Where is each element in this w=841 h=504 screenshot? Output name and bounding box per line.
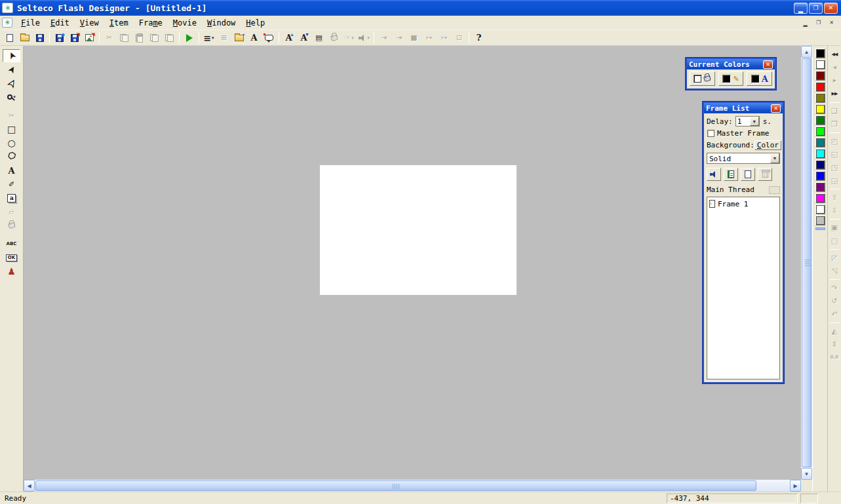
help-button[interactable]: ? bbox=[471, 31, 486, 45]
export-flash-button[interactable]: ◆ bbox=[52, 31, 67, 45]
open-button[interactable] bbox=[17, 31, 32, 45]
menu-items: FileEditViewItemFrameMovieWindowHelp bbox=[16, 17, 270, 29]
text-field-tool[interactable] bbox=[3, 191, 20, 204]
horizontal-scroll-thumb[interactable] bbox=[35, 480, 756, 491]
vertical-scroll-thumb[interactable] bbox=[802, 58, 812, 467]
canvas-area[interactable] bbox=[24, 46, 801, 480]
menu-frame[interactable]: Frame bbox=[134, 17, 168, 29]
hand-button-dropdown[interactable]: ▾ bbox=[351, 35, 354, 41]
color-swatch-6-008000[interactable] bbox=[815, 115, 825, 125]
color-swatch-2-800000[interactable] bbox=[815, 71, 825, 81]
frame-listbox[interactable]: Frame 1 bbox=[707, 197, 780, 379]
insert-bubble-button[interactable] bbox=[262, 31, 277, 45]
background-fill-dropdown-button[interactable]: ▼ bbox=[770, 153, 779, 163]
zoom-tool[interactable]: ▾ bbox=[3, 90, 20, 104]
color-swatch-0-000000[interactable] bbox=[815, 48, 825, 58]
color-swatch-8-008080[interactable] bbox=[815, 138, 825, 147]
fill-color-button[interactable] bbox=[690, 71, 715, 86]
frame-list-close-button[interactable]: ✕ bbox=[771, 104, 781, 113]
play-movie-button[interactable] bbox=[182, 31, 197, 45]
color-swatch-4-808000[interactable] bbox=[815, 93, 825, 103]
color-swatch-15-c0c0c0[interactable] bbox=[815, 216, 825, 225]
line-width-button[interactable]: ≡▾ bbox=[201, 31, 216, 45]
color-swatch-11-0000ff[interactable] bbox=[815, 171, 825, 181]
text-tool[interactable]: A bbox=[3, 164, 20, 177]
select-tool[interactable]: ➤ bbox=[3, 49, 20, 62]
close-button[interactable]: ✕ bbox=[824, 3, 838, 14]
scroll-left-button[interactable]: ◀ bbox=[24, 480, 35, 492]
color-swatch-5-ffff00[interactable] bbox=[815, 104, 825, 114]
color-strip-scroll[interactable] bbox=[815, 227, 825, 230]
current-colors-close-button[interactable]: ✕ bbox=[763, 60, 773, 69]
new-frame-button[interactable] bbox=[741, 168, 755, 181]
outline-select-tool[interactable]: ➤ bbox=[3, 77, 20, 90]
font-smaller-button[interactable]: A▼ bbox=[296, 31, 311, 45]
ok-button-tool[interactable]: OK bbox=[3, 251, 20, 264]
scroll-right-button[interactable]: ▶ bbox=[790, 480, 801, 492]
rectangle-tool[interactable]: □ bbox=[3, 123, 20, 136]
menu-edit[interactable]: Edit bbox=[45, 17, 75, 29]
frame-script-button[interactable] bbox=[724, 168, 738, 181]
new-button[interactable] bbox=[2, 31, 17, 45]
horizontal-scrollbar: ◀ ▶ bbox=[24, 480, 801, 492]
color-swatch-12-800080[interactable] bbox=[815, 182, 825, 192]
actor-tool[interactable]: ♟ bbox=[3, 265, 20, 278]
frame-panel-button[interactable]: ▤ bbox=[311, 31, 326, 45]
horizontal-scroll-track[interactable] bbox=[35, 480, 790, 492]
eyedropper-tool[interactable]: ✐ bbox=[3, 178, 20, 191]
publish-button[interactable]: ◥ bbox=[67, 31, 82, 45]
scroll-up-button[interactable]: ▲ bbox=[801, 46, 812, 58]
scroll-down-button[interactable]: ▼ bbox=[801, 468, 812, 480]
color-swatch-9-00ffff[interactable] bbox=[815, 149, 825, 159]
direct-select-tool[interactable]: ➤ bbox=[3, 63, 20, 76]
mdi-close-button[interactable]: ✕ bbox=[826, 18, 837, 28]
menu-file[interactable]: File bbox=[16, 17, 45, 29]
delay-dropdown-button[interactable]: ▼ bbox=[750, 117, 759, 126]
sound-button-dropdown[interactable]: ▾ bbox=[367, 35, 370, 41]
color-swatch-1-ffffff[interactable] bbox=[815, 60, 825, 69]
mdi-restore-button[interactable]: ❐ bbox=[813, 18, 824, 28]
insert-text-button[interactable]: A bbox=[246, 31, 262, 45]
line-width-button-dropdown[interactable]: ▾ bbox=[212, 35, 214, 41]
current-colors-titlebar[interactable]: Current Colors ✕ bbox=[687, 59, 775, 69]
font-larger-button[interactable]: A▲ bbox=[281, 31, 296, 45]
close-button-icon: ✕ bbox=[829, 5, 834, 11]
menu-window[interactable]: Window bbox=[202, 17, 241, 29]
copy-to-next-button: ❏ bbox=[829, 105, 841, 117]
color-swatch-7-00ff00[interactable] bbox=[815, 126, 825, 136]
delay-combobox[interactable]: 1 ▼ bbox=[735, 116, 760, 126]
style-button[interactable]: ▪ bbox=[231, 31, 246, 45]
master-frame-checkbox[interactable] bbox=[707, 130, 714, 137]
color-swatch-3-ff0000[interactable] bbox=[815, 82, 825, 92]
toolbar-separator bbox=[49, 32, 50, 43]
mdi-window-controls: ▂❐✕ bbox=[800, 18, 837, 28]
mdi-minimize-button[interactable]: ▂ bbox=[800, 18, 811, 28]
line-color-button[interactable]: ✎ bbox=[718, 71, 744, 86]
frame-item[interactable]: Frame 1 bbox=[708, 199, 779, 209]
menu-view[interactable]: View bbox=[75, 17, 104, 29]
color-swatch-14-ffffff[interactable] bbox=[815, 204, 825, 214]
text-color-button[interactable]: A bbox=[747, 71, 772, 86]
style-button-badge: ▪ bbox=[243, 32, 244, 37]
polygon-tool[interactable] bbox=[3, 150, 20, 163]
abc-tool[interactable]: ABC bbox=[3, 237, 20, 250]
menu-movie[interactable]: Movie bbox=[168, 17, 202, 29]
menu-help[interactable]: Help bbox=[241, 17, 270, 29]
first-frame-button[interactable]: ◀◀ bbox=[829, 48, 841, 61]
background-fill-combobox[interactable]: Solid ▼ bbox=[707, 153, 780, 164]
menu-item[interactable]: Item bbox=[104, 17, 134, 29]
minimize-button[interactable]: ▂ bbox=[794, 3, 808, 14]
restore-button[interactable]: ❐ bbox=[809, 3, 823, 14]
last-frame-button[interactable]: ▶▶ bbox=[829, 88, 841, 100]
vertical-scroll-track[interactable] bbox=[801, 58, 812, 468]
color-swatch-10-000080[interactable] bbox=[815, 160, 825, 170]
document-page[interactable] bbox=[320, 165, 517, 295]
ellipse-tool[interactable]: ○ bbox=[3, 136, 20, 149]
save-button[interactable] bbox=[32, 31, 47, 45]
frame-sound-button[interactable] bbox=[707, 168, 721, 181]
delete-frame-button bbox=[758, 168, 772, 181]
background-color-button[interactable]: Color bbox=[754, 140, 781, 150]
color-swatch-13-ff00ff[interactable] bbox=[815, 193, 825, 203]
frame-list-titlebar[interactable]: Frame List ✕ bbox=[704, 103, 783, 113]
export-image-button[interactable]: ◥ bbox=[82, 31, 97, 45]
